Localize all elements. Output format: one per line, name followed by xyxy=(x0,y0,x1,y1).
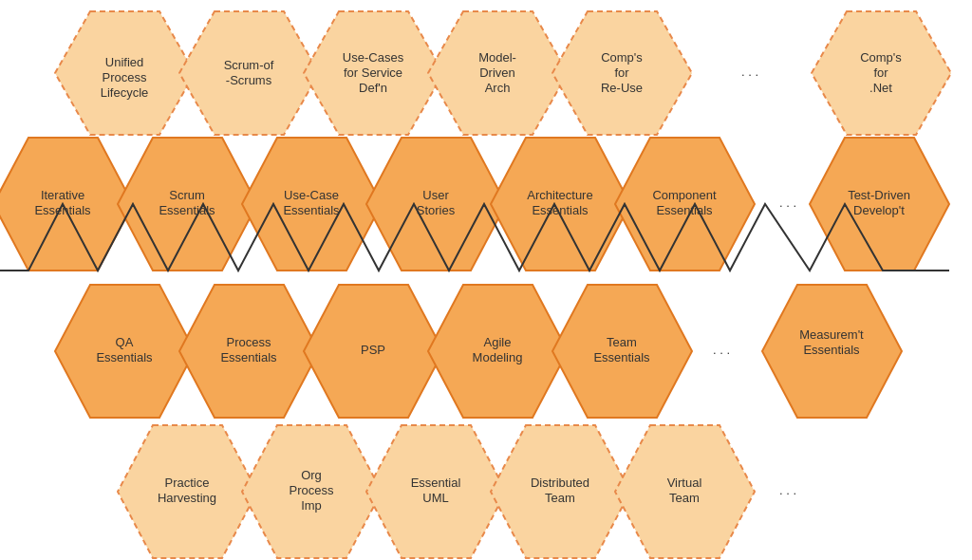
text-architecture-essentials: Architecture xyxy=(527,188,592,202)
text-org-process-imp-3: Imp xyxy=(301,498,322,513)
text-comps-reuse-3: Re-Use xyxy=(601,81,643,95)
text-qa-essentials: QA xyxy=(116,335,134,349)
text-component-essentials: Component xyxy=(652,188,717,202)
main-svg: .hx { fill: #f5a855; stroke: #e07820; st… xyxy=(0,0,972,560)
text-model-driven: Model- xyxy=(478,50,516,65)
text-unified-process: Unified xyxy=(105,55,143,69)
text-practice-harvesting-2: Harvesting xyxy=(158,491,216,505)
hex-grid: .hx { fill: #f5a855; stroke: #e07820; st… xyxy=(0,0,972,560)
text-model-driven-2: Driven xyxy=(479,65,515,80)
text-test-driven-2: Develop't xyxy=(853,203,905,217)
text-comps-net-2: for xyxy=(873,65,888,80)
text-org-process-imp: Org xyxy=(301,468,322,482)
text-model-driven-3: Arch xyxy=(485,81,511,95)
text-ellipsis-1: . . . xyxy=(741,65,758,79)
text-usecase-essentials: Use-Case xyxy=(284,188,339,202)
text-qa-essentials-2: Essentials xyxy=(96,350,153,364)
text-test-driven: Test-Driven xyxy=(848,188,910,202)
text-use-cases-service-2: for Service xyxy=(344,65,402,80)
text-org-process-imp-2: Process xyxy=(290,483,334,497)
text-team-essentials-2: Essentials xyxy=(593,350,650,364)
text-agile-modeling: Agile xyxy=(484,335,512,349)
text-ellipsis-4: . . . xyxy=(779,483,796,497)
text-ellipsis-2: . . . xyxy=(779,196,796,210)
text-usecase-essentials-2: Essentials xyxy=(283,203,340,217)
text-measurement-essentials: Measurem't xyxy=(799,327,864,342)
text-comps-net-3: .Net xyxy=(869,81,892,95)
text-comps-reuse-2: for xyxy=(614,65,629,80)
text-user-stories: User xyxy=(422,188,449,202)
text-psp: PSP xyxy=(361,343,385,357)
text-virtual-team-2: Team xyxy=(669,491,700,505)
text-component-essentials-2: Essentials xyxy=(656,203,713,217)
text-comps-reuse: Comp's xyxy=(601,50,643,65)
text-scrum-of-scrums: Scrum-of xyxy=(224,58,274,72)
text-virtual-team: Virtual xyxy=(667,476,702,490)
text-practice-harvesting: Practice xyxy=(165,476,210,490)
text-iterative-essentials: Iterative xyxy=(41,188,84,202)
text-distributed-team-2: Team xyxy=(545,491,575,505)
text-unified-process-3: Lifecycle xyxy=(101,85,149,100)
text-process-essentials-2: Essentials xyxy=(220,350,277,364)
text-essential-uml: Essential xyxy=(411,476,461,490)
text-measurement-essentials-2: Essentials xyxy=(803,343,860,357)
text-agile-modeling-2: Modeling xyxy=(473,350,523,364)
text-comps-net: Comp's xyxy=(860,50,902,65)
text-use-cases-service-3: Def'n xyxy=(359,81,387,95)
text-process-essentials: Process xyxy=(227,335,271,349)
text-scrum-essentials: Scrum xyxy=(169,188,205,202)
text-team-essentials: Team xyxy=(607,335,637,349)
text-essential-uml-2: UML xyxy=(422,491,448,505)
text-ellipsis-3: . . . xyxy=(713,343,730,357)
text-user-stories-2: Stories xyxy=(417,203,456,217)
text-unified-process-2: Process xyxy=(103,70,147,84)
text-use-cases-service: Use-Cases xyxy=(343,50,404,65)
text-distributed-team: Distributed xyxy=(531,476,589,490)
text-scrum-of-scrums-2: -Scrums xyxy=(226,73,272,87)
